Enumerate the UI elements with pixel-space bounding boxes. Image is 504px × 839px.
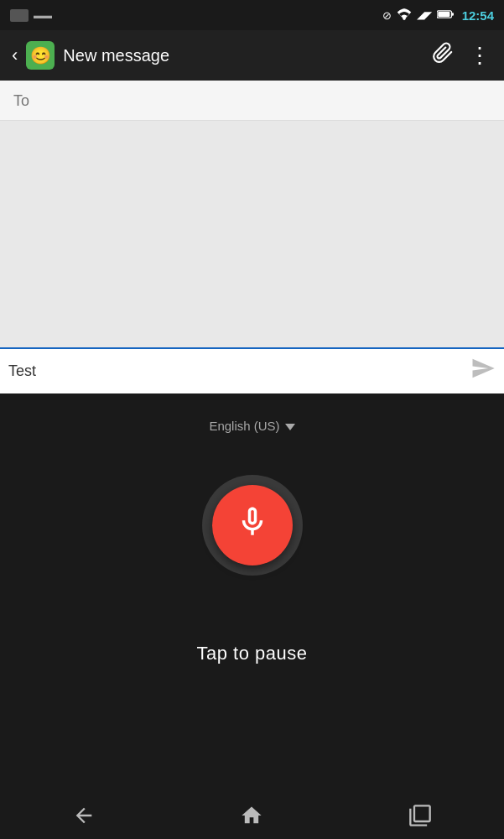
signal-icon: ◢◤: [417, 9, 432, 21]
nav-home-button[interactable]: [240, 804, 263, 827]
status-bar: ▬▬ ⊘ ◢◤ 12:54: [0, 0, 504, 30]
bottom-nav: [0, 792, 504, 839]
status-icons: ⊘ ◢◤ 12:54: [382, 8, 494, 23]
language-label: English (US): [209, 419, 279, 433]
language-selector[interactable]: English (US): [209, 419, 294, 433]
battery-icon: [437, 9, 454, 22]
notification-icon: ▬▬: [34, 10, 52, 20]
no-sim-icon: ⊘: [382, 9, 392, 22]
toolbar-actions: ⋮: [432, 42, 492, 69]
message-input[interactable]: [8, 359, 464, 383]
svg-rect-3: [438, 12, 449, 17]
mic-icon: [235, 504, 270, 547]
app-bar: ‹ 😊 New message ⋮: [0, 30, 504, 81]
nav-recents-button[interactable]: [408, 804, 432, 827]
mic-outer-ring: [202, 475, 303, 576]
app-icon: 😊: [26, 41, 55, 70]
app-icon-face: 😊: [30, 45, 51, 65]
language-dropdown-icon: [285, 424, 295, 430]
to-field-container: [0, 81, 504, 121]
text-input-row: [0, 347, 504, 393]
app-title: New message: [63, 46, 432, 65]
status-time: 12:54: [462, 8, 494, 23]
mic-button[interactable]: [212, 485, 293, 565]
wifi-icon: [397, 8, 412, 23]
message-area: [0, 81, 504, 393]
back-button[interactable]: ‹: [12, 44, 18, 66]
attach-icon[interactable]: [432, 42, 454, 69]
status-left: ▬▬: [10, 9, 377, 22]
keyboard-icon: [10, 9, 29, 22]
send-button[interactable]: [470, 356, 496, 387]
tap-to-pause-label: Tap to pause: [197, 643, 308, 664]
nav-back-button[interactable]: [72, 804, 96, 827]
message-body: [0, 121, 504, 347]
to-input[interactable]: [13, 92, 491, 110]
more-options-icon[interactable]: ⋮: [469, 44, 492, 66]
svg-point-0: [403, 17, 405, 19]
voice-area: English (US) Tap to pause: [0, 393, 504, 805]
svg-rect-2: [451, 13, 454, 15]
